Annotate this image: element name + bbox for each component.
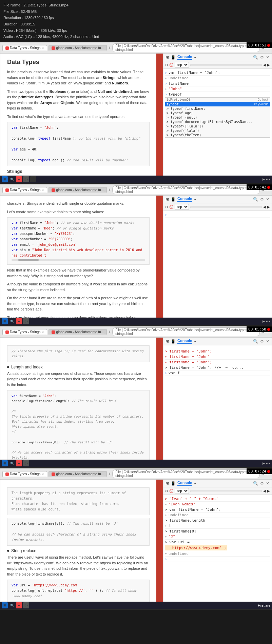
tab-close-3[interactable]: ✕ [41,330,44,334]
settings-icon-dt-4[interactable]: ⚙ [260,481,264,486]
context-select-1[interactable]: top [175,62,189,68]
taskbar-windows-1[interactable]: ⊞ [2,176,8,182]
autocomplete-item-firstname[interactable]: > typeof firstName; [165,106,270,111]
devtools-phone-icon-3[interactable]: 📱 [171,339,176,344]
filter-icon-1[interactable]: ⊝ [165,63,168,67]
tab-globo-4[interactable]: globo.com - Absolutamente tu... [48,471,107,477]
taskbar-code-1[interactable]: { } [23,176,29,182]
tab-datatypes-4[interactable]: Data Types - Strings ✕ [2,471,47,477]
tab-globo-2[interactable]: globo.com - Absolutamente tu... [48,187,107,193]
autocomplete-item-array[interactable]: > typeof(['lala']) [165,124,270,128]
taskbar-search-3[interactable]: 🔍 [9,460,15,466]
context-select-2[interactable]: top [175,204,189,210]
tab-datatypes-3[interactable]: Data Types - Strings ✕ [2,329,47,335]
taskbar-windows-4[interactable]: ⊞ [2,602,8,608]
devtools-console-tab-3[interactable]: Console [177,339,192,344]
devtools-panel-icon[interactable]: ⊞ [166,55,169,60]
autocomplete-selected-typeof[interactable]: typeof keywords [165,102,270,106]
bullet-label-length-3: Length and Index [11,365,43,369]
clear-icon-1[interactable]: 🚫 [169,63,173,67]
autocomplete-item-null[interactable]: > typeof (null) [165,115,270,120]
taskbar-code-2[interactable]: { } [23,318,29,324]
nav-left-icon-1[interactable]: ◀ [263,63,266,67]
code-line: console.log(firstName[0]); // The result… [12,440,145,445]
taskbar-code-3[interactable]: { } [23,460,29,466]
prompt-1: › [165,71,167,75]
autocomplete-item-theitem[interactable]: > typeof(theItem) [165,133,270,137]
search-icon-dt-2[interactable]: 🔍 [253,197,258,202]
devtools-console-tab[interactable]: Console [177,55,192,60]
address-bar-1[interactable]: File | C:/Users/Ivan/OneDrive/Área%20de%… [112,43,260,52]
tab-globo-3[interactable]: globo.com - Absolutamente tu... [48,329,107,335]
nav-left-icon-4[interactable]: ◀ [263,489,266,493]
tab-close-2[interactable]: ✕ [41,188,44,192]
devtools-more-tabs[interactable]: » [194,55,196,59]
console-line-3-5: › var f█ [165,370,270,376]
settings-icon-dt-2[interactable]: ⚙ [260,197,264,202]
devtools-panel-icon-2[interactable]: ⊞ [166,197,169,202]
devtools-phone-icon-4[interactable]: 📱 [171,481,176,486]
address-bar-4[interactable]: File | C:/Users/Ivan/OneDrive/Área%20de%… [112,469,260,478]
new-tab-icon-1[interactable]: + [108,45,111,51]
devtools-more-tabs-2[interactable]: » [194,197,196,201]
new-tab-icon-3[interactable]: + [108,329,111,335]
filter-text-1[interactable] [190,64,262,66]
tab-datatypes-1[interactable]: Data Types - Strings ✕ [2,45,47,51]
taskbar-terminal-1[interactable]: _ [30,176,36,182]
clear-icon-4[interactable]: 🚫 [169,489,173,493]
console-text-4-10: 'https://www.udemy.com' ; [165,545,227,550]
tab-label-globo-3: globo.com - Absolutamente tu... [56,330,104,334]
taskbar-chrome-4[interactable]: ● [16,602,22,608]
autocomplete-item-age[interactable]: > typeof age; [165,111,270,115]
filter-icon-4[interactable]: ⊝ [165,489,168,493]
devtools-phone-icon[interactable]: 📱 [171,55,176,60]
nav-right-icon-2[interactable]: ▶ [267,205,270,209]
nav-right-icon-1[interactable]: ▶ [267,63,270,67]
taskbar-chrome-2[interactable]: ● [16,318,22,324]
devtools-console-tab-4[interactable]: Console [177,481,192,486]
close-icon-dt-4[interactable]: ✕ [266,481,270,486]
clear-icon-2[interactable]: 🚫 [169,205,173,209]
taskbar-chrome-1[interactable]: ● [16,176,22,182]
devtools-more-tabs-3[interactable]: » [194,339,196,343]
taskbar-search-4[interactable]: 🔍 [9,602,15,608]
nav-left-icon-2[interactable]: ◀ [263,205,266,209]
devtools-console-tab-2[interactable]: Console [177,197,192,202]
tab-globo-1[interactable]: globo.com - Absolutamente tu... [48,45,107,51]
tab-datatypes-2[interactable]: Data Types - Strings ✕ [2,187,47,193]
close-icon-dt-2[interactable]: ✕ [266,197,270,202]
search-icon-dt-3[interactable]: 🔍 [253,339,258,344]
taskbar-search-1[interactable]: 🔍 [9,176,15,182]
filter-text-4[interactable] [190,490,262,492]
address-bar-3[interactable]: File | C:/Users/Ivan/OneDrive/Área%20de%… [112,327,260,336]
taskbar-windows-3[interactable]: ⊞ [2,460,8,466]
taskbar-search-2[interactable]: 🔍 [9,318,15,324]
autocomplete-item-lala[interactable]: > typeof('lala') [165,128,270,133]
search-icon-dt-4[interactable]: 🔍 [253,481,258,486]
filter-icon-2[interactable]: ⊝ [165,205,168,209]
taskbar-windows-2[interactable]: ⊞ [2,318,8,324]
close-icon-dt-3[interactable]: ✕ [266,339,270,344]
context-select-4[interactable]: top [175,488,189,494]
devtools-panel-icon-3[interactable]: ⊞ [166,339,169,344]
devtools-panel-icon-4[interactable]: ⊞ [166,481,169,486]
console-line-4-7: > firstName[0] [165,529,270,534]
taskbar-chrome-3[interactable]: ● [16,460,22,466]
filter-text-2[interactable] [190,206,262,208]
new-tab-icon-4[interactable]: + [108,471,111,477]
console-line-4-6: ← 4 [165,523,270,529]
autocomplete-item-getelements[interactable]: > typeof document.getElementsByClassNam.… [165,120,270,124]
devtools-phone-icon-2[interactable]: 📱 [171,197,176,202]
settings-icon-dt-3[interactable]: ⚙ [260,339,264,344]
close-icon-dt-1[interactable]: ✕ [266,55,270,60]
taskbar-code-4[interactable]: { } [23,602,29,608]
nav-right-icon-4[interactable]: ▶ [267,489,270,493]
devtools-more-tabs-4[interactable]: » [194,481,196,485]
new-tab-icon-2[interactable]: + [108,187,111,193]
taskbar-3: ⊞ 🔍 ● { } ▶ ■ ● [0,460,272,467]
tab-close-1[interactable]: ✕ [41,46,44,50]
search-icon-dt-1[interactable]: 🔍 [253,55,258,60]
tab-close-4[interactable]: ✕ [41,472,44,476]
settings-icon-dt-1[interactable]: ⚙ [260,55,264,60]
address-bar-2[interactable]: File | C:/Users/Ivan/OneDrive/Área%20de%… [112,185,260,194]
